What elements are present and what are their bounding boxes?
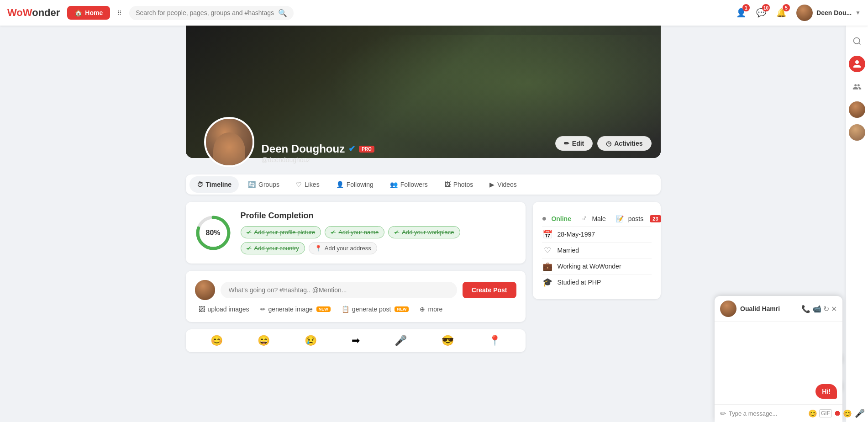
- emoji-arrow[interactable]: ➡: [352, 335, 360, 347]
- checkmark-icon: ✔: [331, 229, 336, 236]
- emoji-bar: 😊 😄 😢 ➡ 🎤 😎 📍: [186, 329, 526, 352]
- friends-button[interactable]: 👤 1: [732, 4, 750, 21]
- chat-contact-name: Oualid Hamri: [740, 305, 798, 312]
- post-input[interactable]: [221, 282, 457, 298]
- chat-emoji-1[interactable]: 😊: [808, 409, 817, 418]
- new-badge: NEW: [316, 306, 331, 312]
- apps-icon: ⠿: [117, 10, 122, 16]
- chat-mic-icon[interactable]: 🎤: [855, 408, 865, 418]
- chat-bubble: Hi!: [815, 384, 837, 399]
- videos-icon: ▶: [489, 181, 494, 188]
- generate-image-button[interactable]: ✏ generate image NEW: [260, 306, 331, 313]
- tag-name[interactable]: ✔ Add your name: [325, 226, 384, 238]
- search-input[interactable]: [136, 9, 274, 16]
- info-education: 🎓 Studied at PHP: [542, 274, 652, 290]
- heart-icon: ♡: [542, 245, 553, 255]
- tag-country[interactable]: ✔ Add your country: [241, 242, 305, 254]
- sidebar-avatar-1[interactable]: [849, 101, 865, 118]
- messages-button[interactable]: 💬 10: [752, 4, 770, 21]
- sidebar-user-icon[interactable]: [849, 56, 865, 72]
- tab-following[interactable]: 👤 Following: [329, 176, 381, 193]
- upload-icon: 🖼: [199, 306, 205, 313]
- chat-refresh-button[interactable]: ↻: [823, 305, 829, 313]
- sidebar-search-icon[interactable]: [849, 33, 865, 49]
- chat-phone-button[interactable]: 📞: [801, 305, 810, 313]
- chat-gif-icon[interactable]: GIF: [819, 409, 832, 417]
- post-actions: 🖼 upload images ✏ generate image NEW 📋 g…: [195, 306, 516, 313]
- edit-icon: ✏: [564, 140, 569, 147]
- create-post-button[interactable]: Create Post: [463, 282, 516, 298]
- completion-tags: ✔ Add your profile picture ✔ Add your na…: [241, 226, 516, 254]
- completion-progress: 80%: [195, 215, 231, 251]
- chat-emoji-2[interactable]: 😊: [843, 409, 852, 418]
- tab-groups[interactable]: 🔄 Groups: [241, 176, 287, 193]
- username-label: Deen Dou...: [816, 9, 852, 16]
- logo: WoWonder: [7, 7, 60, 19]
- tab-photos[interactable]: 🖼 Photos: [437, 176, 481, 193]
- home-button[interactable]: 🏠 Home: [67, 6, 110, 20]
- birthday-icon: 📅: [542, 229, 553, 239]
- followers-icon: 👥: [390, 181, 398, 188]
- chat-action-buttons: 📞 📹 ↻ ✕: [801, 305, 837, 313]
- profile-tabs: ⏱ Timeline 🔄 Groups ♡ Likes 👤 Following …: [186, 174, 661, 195]
- chat-record-icon[interactable]: ⏺: [834, 409, 841, 417]
- following-icon: 👤: [336, 181, 344, 188]
- search-icon: 🔍: [278, 9, 287, 17]
- user-info-card: ● Online ♂ Male 📝 posts 23 📅 28-May-1997…: [533, 202, 661, 299]
- chat-input[interactable]: [729, 410, 805, 417]
- emoji-mic[interactable]: 🎤: [395, 335, 407, 347]
- new-badge-2: NEW: [395, 306, 409, 312]
- education-icon: 🎓: [542, 277, 553, 287]
- right-sidebar: [846, 26, 868, 422]
- cover-actions: ✏ Edit ◷ Activities: [555, 136, 652, 151]
- gender-icon: ♂: [581, 214, 588, 223]
- chat-video-button[interactable]: 📹: [812, 305, 821, 313]
- groups-icon: 🔄: [248, 181, 256, 188]
- chat-window: Oualid Hamri 📞 📹 ↻ ✕ Hi! ✏ 😊 GIF ⏺ 😊 🎤: [715, 296, 842, 422]
- tab-likes[interactable]: ♡ Likes: [289, 176, 327, 193]
- notifications-badge: 5: [783, 4, 790, 11]
- emoji-cool[interactable]: 😎: [442, 335, 454, 347]
- tag-workplace[interactable]: ✔ Add your workplace: [388, 226, 460, 238]
- tab-timeline[interactable]: ⏱ Timeline: [189, 176, 239, 193]
- edit-button[interactable]: ✏ Edit: [555, 136, 593, 151]
- tab-videos[interactable]: ▶ Videos: [482, 176, 524, 193]
- chat-pencil-icon: ✏: [720, 409, 726, 418]
- apps-button[interactable]: ⠿: [115, 7, 125, 19]
- content-area: 80% Profile Completion ✔ Add your profil…: [186, 202, 661, 352]
- info-work: 💼 Working at WoWonder: [542, 258, 652, 274]
- navbar: WoWonder 🏠 Home ⠿ 🔍 👤 1 💬 10 🔔 5 Deen Do…: [0, 0, 868, 26]
- activities-icon: ◷: [606, 140, 611, 147]
- verified-icon: ✔: [348, 144, 355, 154]
- sidebar-avatar-2[interactable]: [849, 124, 865, 141]
- chevron-down-icon: ▼: [855, 10, 861, 16]
- tag-address[interactable]: 📍 Add your address: [309, 242, 377, 254]
- emoji-smile[interactable]: 😊: [210, 335, 223, 347]
- tab-followers[interactable]: 👥 Followers: [383, 176, 435, 193]
- upload-images-button[interactable]: 🖼 upload images: [199, 306, 249, 313]
- right-column: ● Online ♂ Male 📝 posts 23 📅 28-May-1997…: [533, 202, 661, 352]
- activities-button[interactable]: ◷ Activities: [597, 136, 651, 151]
- post-input-row: Create Post: [195, 280, 516, 300]
- more-icon: ⊕: [420, 306, 425, 313]
- chat-input-icons: 😊 GIF ⏺ 😊: [808, 409, 852, 418]
- generate-post-icon: 📋: [342, 306, 349, 313]
- completion-title: Profile Completion: [241, 211, 516, 221]
- search-bar: 🔍: [129, 6, 294, 20]
- generate-post-button[interactable]: 📋 generate post NEW: [342, 306, 409, 313]
- chat-close-button[interactable]: ✕: [831, 305, 837, 313]
- emoji-cry[interactable]: 😢: [305, 335, 317, 347]
- tag-profile-picture[interactable]: ✔ Add your profile picture: [241, 226, 321, 238]
- chat-header: Oualid Hamri 📞 📹 ↻ ✕: [715, 296, 842, 322]
- user-avatar: [796, 5, 813, 21]
- nav-icons: 👤 1 💬 10 🔔 5 Deen Dou... ▼: [732, 4, 861, 21]
- checkmark-icon: ✔: [247, 229, 252, 236]
- user-menu[interactable]: Deen Dou... ▼: [796, 5, 861, 21]
- info-status: ● Online ♂ Male 📝 posts 23: [542, 211, 652, 227]
- emoji-location[interactable]: 📍: [489, 335, 501, 347]
- emoji-laugh[interactable]: 😄: [258, 335, 270, 347]
- left-column: 80% Profile Completion ✔ Add your profil…: [186, 202, 526, 352]
- sidebar-users-icon[interactable]: [849, 79, 865, 95]
- notifications-button[interactable]: 🔔 5: [773, 4, 790, 21]
- more-button[interactable]: ⊕ more: [420, 306, 442, 313]
